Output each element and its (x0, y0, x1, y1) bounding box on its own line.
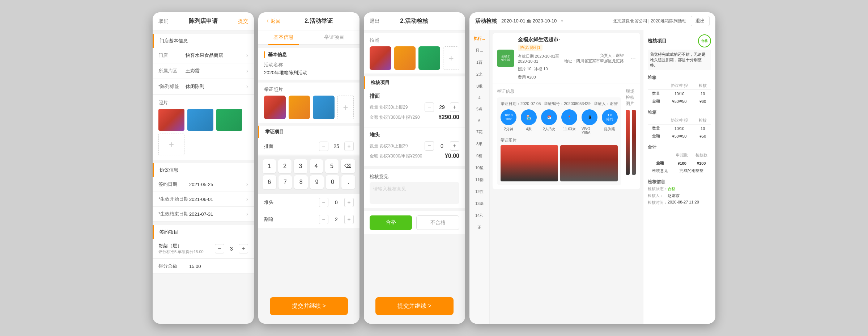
capture-photo-3[interactable] (418, 46, 440, 70)
photo-1[interactable] (158, 109, 184, 131)
area-text: 地址：四川省宜宾市翠屏区龙汇路 (564, 58, 624, 64)
key-4[interactable]: 4 (310, 159, 323, 173)
duitou-check-stepper[interactable]: − 0 + (425, 141, 459, 151)
cold-box-table: 协议/申报 检核 数量 10/10 10 金额 (648, 82, 711, 105)
sidebar-item-12[interactable]: 12性 (469, 186, 489, 197)
field-store[interactable]: 门店 快客水果食品商店 › (153, 48, 254, 63)
photo-3[interactable] (216, 109, 242, 131)
paimian-stepper[interactable]: − 25 + (319, 142, 354, 151)
key-del[interactable]: ⌫ (341, 159, 355, 173)
add-photo-btn[interactable]: + (158, 134, 184, 155)
check-photo-2[interactable] (632, 110, 636, 175)
key-2[interactable]: 2 (278, 159, 292, 173)
tab-evidence-items[interactable]: 举证项目 (309, 30, 359, 44)
sidebar-item-5[interactable]: 5点 (469, 104, 489, 115)
duitou-minus[interactable]: − (319, 198, 328, 207)
gexiang-stepper[interactable]: − 2 + (319, 215, 354, 224)
duitou-stepper[interactable]: − 0 + (319, 198, 354, 207)
ice-qty-agree: 10/10 (664, 125, 695, 133)
capture-photo-1[interactable] (370, 46, 391, 70)
field-area[interactable]: 所属片区 王彩霞 › (153, 63, 254, 79)
sidebar-item-8[interactable]: 8果 (469, 138, 489, 150)
key-5[interactable]: 5 (325, 159, 339, 173)
sidebar-item-2[interactable]: 2比 (469, 69, 489, 80)
gexiang-minus[interactable]: − (319, 215, 328, 224)
qualify-yes-btn[interactable]: 合格 (370, 215, 412, 230)
sidebar-item-3[interactable]: 3哦 (469, 81, 489, 92)
tablet-exit-btn[interactable]: 退出 (691, 16, 710, 26)
duitou-plus[interactable]: + (344, 198, 354, 207)
sidebar-item-13[interactable]: 13基 (469, 198, 489, 209)
key-6[interactable]: 6 (263, 175, 276, 189)
key-0[interactable]: 0 (326, 175, 340, 189)
key-7[interactable]: 7 (278, 175, 292, 189)
qualify-no-btn[interactable]: 不合格 (416, 215, 459, 230)
shelf-stepper[interactable]: − 3 + (215, 244, 248, 253)
sidebar-item-14[interactable]: 14和 (469, 210, 489, 221)
tablet-header: 活动检核 2020-10-01 至 2020-10-10 ▾ 北京颜良食贸公司 … (469, 12, 715, 30)
gexiang-plus[interactable]: + (344, 215, 354, 224)
sidebar-item-execute[interactable]: 执行... (469, 33, 489, 44)
stepper-minus[interactable]: − (215, 244, 224, 253)
sidebar-item-11[interactable]: 11物 (469, 174, 489, 185)
dt-plus[interactable]: + (450, 141, 459, 151)
tab-basic-info[interactable]: 基本信息 (258, 30, 309, 44)
tablet-date-range[interactable]: 2020-10-01 至 2020-10-10 (501, 18, 557, 24)
sidebar-item-6[interactable]: 6 (469, 116, 489, 126)
pm-plus[interactable]: + (450, 102, 459, 112)
ev-photo-1[interactable] (264, 96, 286, 119)
start-date-row[interactable]: *生效开始日期 2021-06-01 › (153, 192, 254, 207)
sign-date-row[interactable]: 签约日期 2021-05-25 › (153, 177, 254, 192)
gexiang-label: 割箱 (264, 216, 316, 223)
submit-continue-btn[interactable]: 提交并继续 > (270, 297, 348, 315)
paimian-minus[interactable]: − (319, 142, 328, 151)
cancel-btn[interactable]: 取消 (158, 18, 169, 25)
ev-icon-visit: 📅 2人/8次 (541, 109, 557, 135)
cost-tag: 费用 ¥200 (518, 75, 536, 80)
check-duitou: 堆头 数量 协议30/上报29 − 0 + 金额 协议¥3000/申报¥2900… (364, 127, 465, 166)
store-value: 快客水果食品商店 (186, 52, 246, 59)
key-1[interactable]: 1 (263, 159, 276, 173)
sidebar-item-7[interactable]: 7花 (469, 126, 489, 138)
ev-photo-store2[interactable] (560, 145, 618, 181)
add-capture-btn[interactable]: + (443, 46, 459, 70)
key-dot[interactable]: . (341, 175, 355, 189)
check-time-value: 2020-08-27 11:20 (668, 200, 699, 205)
sidebar-item-1[interactable]: 1百 (469, 57, 489, 68)
photo-2[interactable] (187, 109, 213, 131)
key-3[interactable]: 3 (294, 159, 307, 173)
opinion-input[interactable]: 请输入检核意见 (370, 182, 459, 204)
back-button[interactable]: 〈 返回 (264, 18, 281, 25)
sidebar-item-4[interactable]: 4 (469, 93, 489, 103)
ev-photo-2[interactable] (289, 96, 310, 119)
tablet-title: 活动检核 (475, 18, 497, 25)
tablet-main: 金福永鲜生活 金福永鲜生活超市· 协议: 陈列1 有效日期 2020-10-01… (490, 30, 643, 324)
key-8[interactable]: 8 (294, 175, 308, 189)
stepper-plus[interactable]: + (239, 244, 248, 253)
sidebar-item-10[interactable]: 10星 (469, 162, 489, 173)
capture-photo-2[interactable] (394, 46, 416, 70)
more-icon[interactable]: ··· (630, 55, 636, 62)
paimian-plus[interactable]: + (344, 142, 354, 151)
col-header-empty (648, 82, 664, 90)
ev-photo-3[interactable] (313, 96, 335, 119)
key-9[interactable]: 9 (310, 175, 324, 189)
exit-btn[interactable]: 退出 (370, 18, 380, 25)
sidebar-item-end[interactable]: 正 (469, 222, 489, 233)
paimian-check-stepper[interactable]: − 29 + (425, 102, 459, 112)
check-person-label: 检核人： (648, 193, 668, 198)
end-date-row[interactable]: *生效结束日期 2021-07-31 › (153, 207, 254, 222)
ev-photos-row (501, 145, 618, 181)
check-status-row: 检核状态： 合格 (648, 186, 711, 192)
dt-minus[interactable]: − (425, 141, 434, 151)
add-ev-photo-btn[interactable]: + (337, 96, 354, 119)
submit-btn[interactable]: 提交 (238, 18, 248, 25)
screen3-submit-btn[interactable]: 提交并继续 > (375, 297, 454, 315)
pm-minus[interactable]: − (425, 102, 434, 112)
sidebar-item-9[interactable]: 9柑 (469, 150, 489, 161)
check-photo-1[interactable] (626, 110, 630, 175)
field-tag[interactable]: *陈列标签 休闲陈列 › (153, 79, 254, 94)
ev-photo-store1[interactable] (501, 145, 558, 181)
sidebar-item-only[interactable]: 只... (469, 45, 489, 56)
duitou-amt-label: 金额 协议¥3000/申报¥2900 (370, 153, 442, 159)
